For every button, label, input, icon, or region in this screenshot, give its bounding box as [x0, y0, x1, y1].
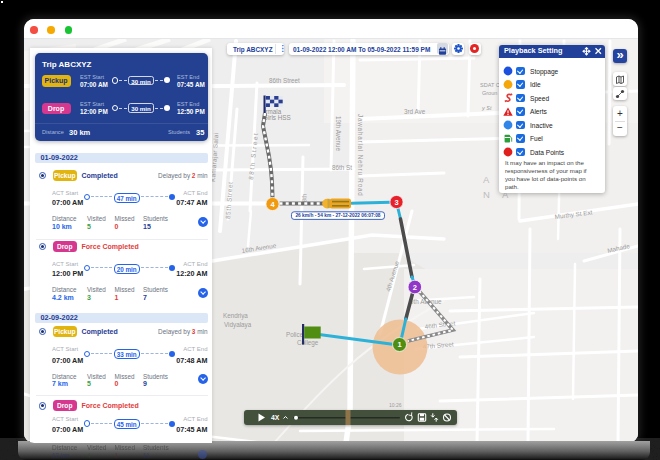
svg-text:4X: 4X: [271, 414, 280, 421]
